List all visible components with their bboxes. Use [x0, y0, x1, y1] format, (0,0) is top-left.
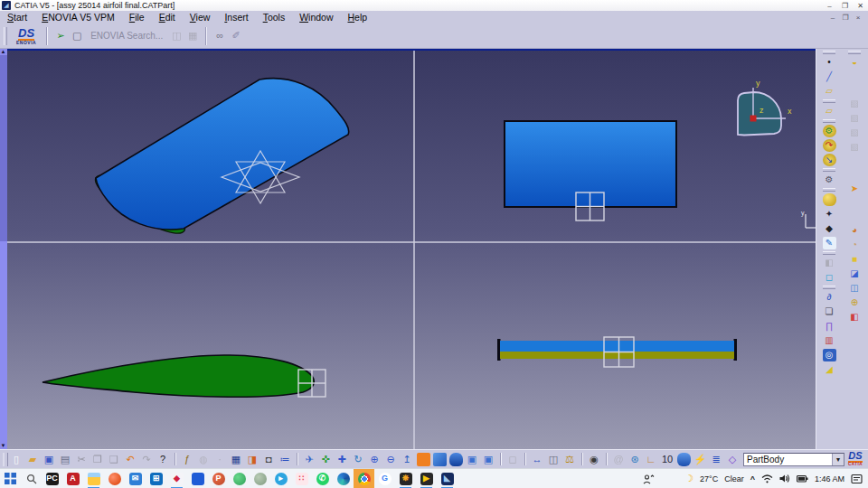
notification-center-icon[interactable]	[851, 474, 863, 484]
catalog-cylinder-icon[interactable]	[675, 450, 692, 468]
airfoil-profile[interactable]	[42, 355, 314, 397]
dimension-icon[interactable]: 10	[659, 450, 675, 468]
chamfer-icon[interactable]: ◔	[843, 238, 866, 252]
minimize-button[interactable]: –	[822, 1, 837, 11]
wing-top-view-blue[interactable]	[500, 341, 734, 352]
lock-icon[interactable]: ◘	[260, 450, 277, 468]
menu-window[interactable]: Window	[292, 12, 340, 23]
open-icon[interactable]: ▰	[24, 450, 41, 468]
google-g-icon[interactable]: G	[374, 469, 395, 488]
swirl-icon[interactable]: @	[610, 450, 627, 468]
youtube-studio-icon[interactable]: ▶	[416, 469, 437, 488]
point-icon[interactable]: •	[817, 55, 841, 70]
gray-tool-icon-2[interactable]: ▧	[843, 111, 866, 126]
menu-enovia-v5-vpm[interactable]: ENOVIA V5 VPM	[34, 12, 122, 23]
view-mode-icon-1[interactable]: ▣	[464, 450, 480, 468]
circular-pattern-icon[interactable]: ⊕	[843, 296, 866, 310]
menu-file[interactable]: File	[122, 12, 152, 23]
pocket-wedge-icon[interactable]: ◪	[843, 267, 866, 281]
boolean-icon[interactable]: ◧	[817, 256, 841, 270]
line-icon[interactable]: ╱	[817, 70, 841, 84]
yellow-wheel-icon-3[interactable]: ↘	[817, 153, 841, 167]
shaded-edges-icon[interactable]	[448, 450, 464, 468]
honeycomb-app-icon[interactable]: ❋	[395, 469, 416, 488]
menu-start[interactable]: Start	[0, 12, 34, 23]
plane-tool-icon[interactable]: ▱	[817, 104, 841, 118]
axis-system-icon[interactable]: ∟	[643, 450, 659, 468]
fly-mode-icon[interactable]: ✈	[301, 450, 317, 468]
menu-view[interactable]: View	[183, 12, 218, 23]
mirror-box-icon[interactable]: ◫	[843, 281, 866, 296]
save-icon[interactable]: ▣	[41, 450, 57, 468]
normal-view-icon[interactable]: ↥	[399, 450, 415, 468]
wifi-icon[interactable]	[761, 474, 773, 483]
sheet-icon[interactable]: ❏	[817, 305, 841, 319]
black-wedge-icon[interactable]: ◆	[817, 221, 841, 236]
whatsapp-icon[interactable]: ✆	[312, 469, 333, 488]
file-explorer-icon[interactable]	[83, 469, 104, 488]
toolbar-handle[interactable]	[4, 27, 7, 45]
paste-icon[interactable]: ❑	[106, 450, 122, 468]
sketcher-icon[interactable]: ✎	[817, 236, 841, 250]
gray-tool-icon-4[interactable]: ▧	[843, 140, 866, 155]
pad-box-icon[interactable]: ■	[843, 252, 866, 267]
combo-dropdown-arrow[interactable]: ▾	[832, 454, 844, 465]
measure-item-icon[interactable]: ◫	[545, 450, 561, 468]
viewport-canvas[interactable]: y x z y x	[7, 51, 816, 449]
comment-icon[interactable]: ◍	[195, 450, 212, 468]
pad-cylinder-icon[interactable]	[817, 192, 841, 207]
view-mode-icon-2[interactable]: ▣	[480, 450, 496, 468]
measure-between-icon[interactable]: ↔	[529, 450, 545, 468]
people-icon[interactable]	[643, 474, 655, 484]
calculator-icon[interactable]: ▦	[228, 450, 244, 468]
enovia-edit-icon[interactable]: ✐	[228, 27, 244, 45]
multi-sections-icon[interactable]: ◒	[843, 55, 866, 70]
menu-insert[interactable]: Insert	[217, 12, 255, 23]
enovia-link-icon[interactable]: ∞	[212, 27, 228, 45]
list-icon[interactable]: ≣	[708, 450, 724, 468]
app-dots-icon[interactable]: ∷	[291, 469, 312, 488]
chrome-icon[interactable]	[354, 469, 374, 488]
formula-icon[interactable]: ƒ	[179, 450, 195, 468]
menu-help[interactable]: Help	[341, 12, 375, 23]
acrobat-icon[interactable]: A	[62, 469, 83, 488]
app-blue-icon[interactable]	[187, 469, 208, 488]
powerpoint-icon[interactable]: P	[208, 469, 229, 488]
mdi-restore-button[interactable]: ❐	[839, 13, 852, 23]
zoom-out-icon[interactable]: ⊖	[382, 450, 399, 468]
fillet-icon[interactable]: ◕	[843, 223, 866, 238]
app-green-icon[interactable]	[229, 469, 250, 488]
chamfer-wedge-icon[interactable]: ◢	[817, 362, 841, 377]
gray-tool-icon-1[interactable]: ▧	[843, 97, 866, 111]
maximize-button[interactable]: ❐	[837, 1, 853, 11]
pycharm-icon[interactable]: PC	[42, 469, 62, 488]
left-scrollbar[interactable]: ▲ ▼	[0, 49, 7, 449]
mdi-close-button[interactable]: ×	[852, 13, 864, 23]
office-icon[interactable]	[104, 469, 125, 488]
tray-temperature[interactable]: 27°C	[700, 474, 718, 483]
redo-icon[interactable]: ↷	[138, 450, 155, 468]
rules-icon[interactable]: ≔	[277, 450, 293, 468]
app-sage-icon[interactable]	[250, 469, 270, 488]
close-button[interactable]: ✕	[853, 1, 868, 11]
wing-top-surface[interactable]	[96, 79, 349, 230]
fit-all-icon[interactable]: ✜	[317, 450, 334, 468]
groove-icon[interactable]: ▥	[817, 333, 841, 348]
gray-tool-icon-3[interactable]: ▧	[843, 126, 866, 140]
edge-icon[interactable]	[333, 469, 354, 488]
design-table-icon[interactable]: ◨	[244, 450, 260, 468]
menu-tools[interactable]: Tools	[256, 12, 293, 23]
split-box-icon[interactable]: ◧	[843, 310, 866, 324]
knowledge-icon[interactable]: ⚡	[692, 450, 708, 468]
frame-icon[interactable]: ◻	[817, 270, 841, 285]
rotate-icon[interactable]: ↻	[350, 450, 366, 468]
wing-top-view-olive[interactable]	[500, 352, 734, 359]
catia-app-icon[interactable]: ◣	[437, 469, 458, 488]
compass[interactable]: y x z	[738, 79, 792, 136]
undo-icon[interactable]: ↶	[122, 450, 138, 468]
cut-icon[interactable]: ✂	[73, 450, 90, 468]
yellow-wheel-icon-1[interactable]: ⚙	[817, 124, 841, 138]
multi-view-icon[interactable]	[415, 450, 431, 468]
scroll-down-arrow[interactable]: ▼	[0, 443, 7, 449]
mdi-minimize-button[interactable]: –	[826, 13, 839, 23]
